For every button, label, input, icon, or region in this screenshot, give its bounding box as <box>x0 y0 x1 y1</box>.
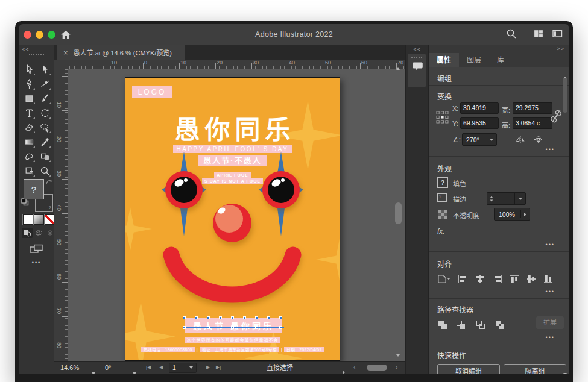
curvature-tool[interactable] <box>37 77 52 91</box>
rotation-angle-dropdown[interactable]: 270° <box>462 133 497 146</box>
poster-subtitle-en[interactable]: HAPPY APRIL FOOL' S DAY <box>173 145 292 153</box>
artboard-tool[interactable] <box>22 163 36 178</box>
status-expand-icon[interactable] <box>343 366 345 374</box>
canvas-vertical-scrollbar[interactable] <box>394 60 402 360</box>
change-screen-mode-button[interactable] <box>30 244 44 257</box>
tools-grip[interactable] <box>29 54 44 55</box>
zoom-dropdown-icon[interactable] <box>92 366 95 374</box>
vertical-scrollbar-thumb[interactable] <box>395 202 402 224</box>
selection-handle[interactable] <box>207 326 210 329</box>
first-artboard-button[interactable]: |◀ <box>146 362 151 374</box>
eraser-tool[interactable] <box>22 120 36 134</box>
comments-icon[interactable] <box>412 61 423 74</box>
opacity-dropdown[interactable]: 100% <box>494 208 530 221</box>
eyedropper-tool[interactable] <box>37 134 52 149</box>
flip-horizontal-button[interactable] <box>514 134 526 144</box>
poster-subtitle-cn[interactable]: 愚人节·不愚人 <box>198 155 267 166</box>
selection-handle[interactable] <box>255 326 258 329</box>
align-to-selection-dropdown[interactable] <box>436 274 452 284</box>
collapse-panel-icon[interactable]: >> <box>557 46 564 52</box>
artboard-number-field[interactable]: 1 <box>169 363 197 373</box>
gradient-tool[interactable] <box>22 134 36 149</box>
selection-handle[interactable] <box>231 316 234 319</box>
width-value-field[interactable]: 29.2975 <box>513 102 552 114</box>
poster-tagline[interactable]: 这个世界所有的的可能都会骗你但幸福不会 <box>185 337 280 343</box>
pathfinder-more-options[interactable]: ••• <box>546 334 555 340</box>
selection-handle[interactable] <box>207 316 210 319</box>
poster-contact-date[interactable]: 日期：2022/04/01 <box>284 347 324 352</box>
draw-normal-mode-button[interactable] <box>22 228 33 238</box>
vertical-ruler[interactable]: 10 20 30 40 50 60 70 80 <box>54 69 68 361</box>
scroll-down-icon[interactable] <box>396 348 400 359</box>
swap-fill-stroke-icon[interactable] <box>45 178 52 189</box>
pathfinder-intersect-button[interactable] <box>475 319 485 330</box>
next-artboard-button[interactable]: ▶ <box>206 362 210 374</box>
document-tab[interactable]: × 愚人节.ai @ 14.6 % (CMYK/预览) <box>57 45 185 60</box>
selection-handle[interactable] <box>279 316 282 319</box>
selection-handle[interactable] <box>195 316 198 319</box>
align-bottom-button[interactable] <box>543 274 553 284</box>
selected-text-object[interactable]: 愚人节 愚你同乐 <box>185 318 282 330</box>
scroll-up-icon[interactable] <box>396 61 400 72</box>
poster-contact-address[interactable]: 地址：上海市浦东新区碧波666号8号楼 <box>200 347 279 352</box>
pathfinder-minus-front-button[interactable] <box>455 319 466 330</box>
y-value-field[interactable]: 69.9535 <box>460 117 499 129</box>
stroke-weight-stepper[interactable] <box>487 192 496 205</box>
tab-properties[interactable]: 属性 <box>429 53 459 67</box>
selected-text-label[interactable]: 愚人节 愚你同乐 <box>185 318 282 333</box>
reference-point-icon[interactable] <box>435 105 449 128</box>
document-arrangement-button[interactable] <box>552 28 563 41</box>
poster-title[interactable]: 愚你同乐 <box>125 109 340 146</box>
panel-scroll-down-icon[interactable] <box>563 367 567 374</box>
comments-panel-dock[interactable] <box>408 54 426 87</box>
selection-handle[interactable] <box>279 326 282 329</box>
align-right-button[interactable] <box>493 274 503 284</box>
x-value-field[interactable]: 30.4919 <box>460 102 499 114</box>
pathfinder-unite-button[interactable] <box>437 319 447 330</box>
pathfinder-exclude-button[interactable] <box>495 319 505 330</box>
align-top-button[interactable] <box>509 274 519 284</box>
selection-handle[interactable] <box>183 316 186 319</box>
shape-builder-tool[interactable] <box>37 149 52 163</box>
collapse-tools-icon[interactable]: << <box>22 46 30 52</box>
height-value-field[interactable]: 3.0854 c <box>513 117 552 129</box>
selection-tool[interactable] <box>22 62 36 77</box>
canvas-horizontal-scrollbar[interactable] <box>362 365 393 371</box>
fill-color-swatch[interactable]: ? <box>437 177 448 188</box>
zoom-level-value[interactable]: 14.6% <box>60 362 79 374</box>
horizontal-ruler[interactable]: 10 0 10 20 30 40 50 60 70 <box>68 60 405 69</box>
selection-handle[interactable] <box>219 316 222 319</box>
tab-layers[interactable]: 图层 <box>459 53 489 67</box>
poster-caption-en-2[interactable]: S DAY IS NOT A FOOL <box>202 178 263 184</box>
align-more-options[interactable]: ••• <box>546 289 555 295</box>
pen-tool[interactable] <box>22 77 36 91</box>
opacity-icon[interactable] <box>437 209 447 219</box>
align-horizontal-center-button[interactable] <box>475 274 485 284</box>
previous-artboard-button[interactable]: ◀ <box>159 362 163 374</box>
direct-selection-tool[interactable] <box>37 62 52 77</box>
stroke-color-swatch[interactable]: ? <box>437 193 447 202</box>
isolate-group-button[interactable]: 隔离组 <box>504 364 566 374</box>
selection-handle[interactable] <box>243 316 246 319</box>
rotation-dropdown-icon[interactable] <box>133 366 136 374</box>
workspace-switcher-button[interactable] <box>533 28 544 42</box>
selection-handle[interactable] <box>231 326 234 329</box>
horizontal-scrollbar-thumb[interactable] <box>367 365 387 371</box>
opacity-label[interactable]: 不透明度 <box>453 210 479 221</box>
ungroup-button[interactable]: 取消编组 <box>437 364 500 374</box>
color-swatch-none[interactable] <box>45 214 55 225</box>
color-swatch-white[interactable] <box>23 214 33 225</box>
search-button[interactable] <box>506 28 517 42</box>
constrain-proportions-unlinked-icon[interactable] <box>549 104 563 128</box>
flip-vertical-button[interactable] <box>533 134 545 144</box>
align-vertical-center-button[interactable] <box>526 274 536 284</box>
selection-handle[interactable] <box>267 316 270 319</box>
close-tab-icon[interactable]: × <box>63 49 68 57</box>
paintbrush-tool[interactable] <box>37 91 52 105</box>
type-tool[interactable] <box>22 105 36 120</box>
scroll-left-icon[interactable]: ‹ <box>353 362 355 374</box>
canvas-area[interactable]: 10 0 10 20 30 40 50 60 70 10 <box>54 60 405 361</box>
tab-libraries[interactable]: 库 <box>489 53 512 67</box>
clown-mouth[interactable] <box>162 246 303 307</box>
selection-handle[interactable] <box>255 316 258 319</box>
